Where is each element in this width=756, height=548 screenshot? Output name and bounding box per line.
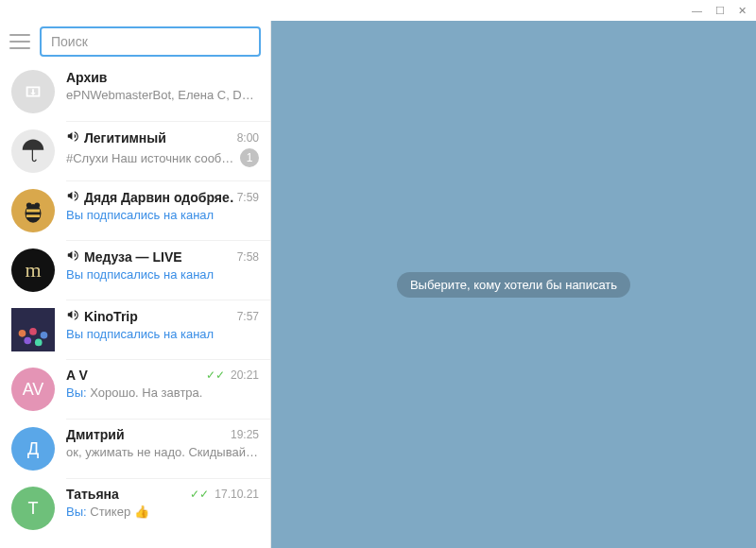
svg-point-2 [34, 203, 40, 209]
svg-point-6 [41, 332, 48, 339]
chat-time: 20:21 [231, 368, 259, 382]
chat-name: Архив [66, 70, 259, 85]
avatar: AV [11, 368, 55, 411]
chat-name: KinoTrip [66, 308, 233, 324]
chat-time: 7:57 [237, 310, 259, 323]
chat-preview: ок, ужимать не надо. Скидывай… [66, 445, 259, 459]
chat-time: 7:58 [237, 250, 259, 264]
chat-preview: Вы: Стикер 👍 [66, 505, 259, 519]
chat-preview: Вы подписались на канал [66, 267, 259, 282]
chat-name: Дядя Дарвин одобряе… [66, 189, 233, 205]
megaphone-icon [66, 248, 79, 265]
chat-item[interactable]: AVA V✓✓20:21Вы: Хорошо. На завтра. [0, 360, 270, 419]
window-titlebar: — ☐ ✕ [0, 0, 756, 21]
chat-time: 8:00 [237, 131, 259, 145]
chat-list: АрхивePNWebmasterBot, Елена С, Dov…Легит… [0, 62, 270, 548]
chat-name: Медуза — LIVE [66, 248, 233, 265]
chat-item[interactable]: ДДмитрий19:25ок, ужимать не надо. Скидыв… [0, 420, 270, 478]
sidebar: АрхивePNWebmasterBot, Елена С, Dov…Легит… [0, 21, 271, 548]
maximize-icon[interactable]: ☐ [715, 5, 725, 17]
chat-item[interactable]: Дядя Дарвин одобряе…7:59Вы подписались н… [0, 181, 270, 240]
svg-point-8 [35, 339, 43, 347]
svg-point-7 [24, 337, 31, 345]
chat-name: Татьяна [66, 487, 186, 502]
empty-placeholder: Выберите, кому хотели бы написать [397, 272, 630, 298]
avatar [11, 129, 55, 173]
avatar [11, 70, 55, 113]
chat-preview: ePNWebmasterBot, Елена С, Dov… [66, 88, 259, 102]
menu-button[interactable] [9, 34, 30, 49]
minimize-icon[interactable]: — [692, 5, 702, 16]
svg-point-5 [29, 328, 37, 335]
chat-name: A V [66, 368, 202, 383]
unread-badge: 1 [240, 148, 259, 167]
chat-preview: Вы: Хорошо. На завтра. [66, 385, 259, 400]
chat-name: Дмитрий [66, 427, 227, 442]
read-checks-icon: ✓✓ [190, 488, 209, 501]
chat-item[interactable]: АрхивePNWebmasterBot, Елена С, Dov… [0, 62, 270, 121]
chat-preview: #Слухи Наш источник сооб… [66, 151, 234, 165]
chat-time: 19:25 [231, 428, 259, 441]
avatar [11, 308, 55, 351]
search-input[interactable] [40, 26, 261, 57]
megaphone-icon [66, 129, 79, 146]
chat-time: 7:59 [237, 191, 259, 204]
chat-item[interactable]: mМедуза — LIVE7:58Вы подписались на кана… [0, 241, 270, 300]
svg-point-1 [26, 203, 32, 209]
avatar: m [11, 248, 55, 292]
chat-item[interactable]: ТТатьяна✓✓17.10.21Вы: Стикер 👍 [0, 479, 270, 538]
chat-time: 17.10.21 [215, 488, 259, 501]
chat-item[interactable]: KinoTrip7:57Вы подписались на канал [0, 300, 270, 359]
main-area: Выберите, кому хотели бы написать [271, 21, 756, 548]
chat-item[interactable]: Легитимный8:00#Слухи Наш источник сооб…1 [0, 122, 270, 180]
close-icon[interactable]: ✕ [738, 5, 747, 17]
avatar [11, 189, 55, 232]
megaphone-icon [66, 189, 79, 205]
svg-point-4 [19, 330, 26, 337]
chat-preview: Вы подписались на канал [66, 208, 259, 222]
read-checks-icon: ✓✓ [206, 368, 225, 382]
avatar: Т [11, 487, 55, 530]
chat-name: Легитимный [66, 129, 233, 146]
megaphone-icon [66, 308, 79, 324]
avatar: Д [11, 427, 55, 471]
chat-preview: Вы подписались на канал [66, 327, 259, 341]
